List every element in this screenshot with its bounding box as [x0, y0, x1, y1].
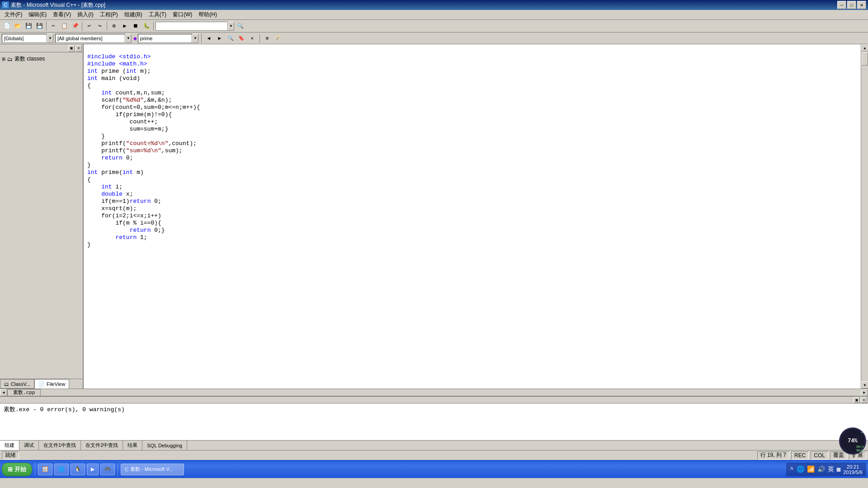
workspace-label: 素数 classes: [14, 55, 45, 63]
save-file-button[interactable]: 💾: [24, 21, 33, 31]
bottom-tab-find2[interactable]: 在文件2中查找: [81, 441, 123, 450]
perf-percent: 74%: [848, 438, 858, 444]
taskbar-active-app[interactable]: C 素数 - Microsoft V...: [121, 464, 184, 475]
status-bar: 就绪 行 19, 列 7 REC COL 覆盖 扩展: [0, 450, 868, 460]
maximize-button[interactable]: □: [847, 1, 856, 9]
members-combo-arrow[interactable]: ▼: [125, 34, 132, 43]
scroll-down-button[interactable]: ▼: [861, 381, 868, 389]
function-combo-wrap: prime ▼: [138, 34, 198, 43]
sidebar-header: ▣ ✕: [0, 44, 83, 52]
open-file-button[interactable]: 📂: [13, 21, 23, 31]
hscroll-right-button[interactable]: ▶: [861, 389, 868, 396]
code-editor: #include <stdio.h> #include <math.h> int…: [84, 44, 868, 389]
sidebar-close-button[interactable]: ✕: [75, 45, 82, 52]
toolbar-sep-3: [107, 22, 107, 31]
hscrollbar-area: ◀ 素数.cpp ▶: [0, 389, 868, 396]
back-button[interactable]: ◀: [204, 34, 213, 43]
function-combo[interactable]: prime: [138, 34, 192, 43]
code-content[interactable]: #include <stdio.h> #include <math.h> int…: [84, 44, 861, 389]
taskbar-app-windows[interactable]: 🪟: [38, 464, 52, 475]
menu-view[interactable]: 查看(V): [50, 10, 74, 19]
title-bar-buttons: ─ □ ✕: [837, 1, 866, 9]
save-all-button[interactable]: 💾: [34, 21, 44, 31]
file-view-tab[interactable]: 📄 FileView: [34, 379, 69, 389]
compile-output-text: 素数.exe - 0 error(s), 0 warning(s): [4, 405, 864, 413]
members-combo[interactable]: [All global members]: [55, 34, 125, 43]
run-button[interactable]: ▶: [120, 21, 130, 31]
clock-time: 20:21: [843, 464, 863, 469]
taskbar-app-3[interactable]: 🐧: [71, 464, 85, 475]
globals-combo-arrow[interactable]: ▼: [47, 34, 53, 43]
tray-ime-icon[interactable]: 英: [828, 465, 834, 474]
undo-button[interactable]: ↩: [84, 21, 94, 31]
paste-button[interactable]: 📌: [70, 21, 80, 31]
redo-button[interactable]: ↪: [95, 21, 105, 31]
tray-wifi-icon[interactable]: 📶: [807, 465, 815, 473]
bottom-tab-debug[interactable]: 调试: [19, 441, 39, 450]
globals-combo-wrap: [Globals] ▼: [2, 34, 53, 43]
start-button[interactable]: ⊞ 开始: [2, 463, 32, 476]
bottom-panel: ▣ ✕ 素数.exe - 0 error(s), 0 warning(s) 组建…: [0, 396, 868, 450]
cut-button[interactable]: ✂: [48, 21, 58, 31]
hscroll-left-button[interactable]: ◀: [0, 389, 7, 396]
new-file-button[interactable]: 📄: [2, 21, 12, 31]
main-layout: ▣ ✕ ⊞ 🗂 素数 classes 🗂 ClassV... 📄 FileVie…: [0, 44, 868, 389]
toolbar-main: 📄 📂 💾 💾 ✂ 📋 📌 ↩ ↪ ⚙ ▶ ⏹ 🐛 ▼ 🔍: [0, 20, 868, 33]
scroll-up-button[interactable]: ▲: [861, 44, 868, 52]
prime-combo-icon: ◆: [133, 35, 137, 42]
search-button[interactable]: 🔍: [235, 21, 245, 31]
editor-tabs: 素数.cpp: [7, 389, 41, 396]
debug-button[interactable]: 🐛: [142, 21, 151, 31]
tray-network-icon[interactable]: 🌐: [797, 465, 804, 473]
editor-vscrollbar[interactable]: ▲ ▼: [861, 44, 868, 389]
scroll-thumb[interactable]: [862, 52, 868, 66]
sidebar-dock-button[interactable]: ▣: [68, 45, 75, 52]
globals-combo[interactable]: [Globals]: [2, 34, 47, 43]
app-icon-small: C: [125, 467, 128, 472]
search-dropdown[interactable]: [156, 22, 228, 31]
taskbar-app-4[interactable]: ▶: [87, 464, 99, 475]
tray-up-icon[interactable]: ^: [790, 466, 793, 473]
search-dropdown-arrow[interactable]: ▼: [228, 22, 234, 31]
clock-date: 2019/5/6: [843, 469, 863, 475]
toolbar2-sep-1: [201, 34, 202, 43]
menu-project[interactable]: 工程(P): [97, 10, 121, 19]
close-button[interactable]: ✕: [857, 1, 866, 9]
taskbar-app-browser[interactable]: 🌐: [54, 464, 69, 475]
workspace-icon: 🗂: [7, 56, 13, 62]
props-button[interactable]: ⚙: [263, 34, 272, 43]
forward-button[interactable]: ▶: [215, 34, 224, 43]
compile-output: 素数.exe - 0 error(s), 0 warning(s): [0, 404, 868, 440]
bottom-tab-find1[interactable]: 在文件1中查找: [39, 441, 81, 450]
menu-help[interactable]: 帮助(H): [196, 10, 220, 19]
editor-tab-suzhu[interactable]: 素数.cpp: [7, 389, 41, 396]
find-button[interactable]: 🔍: [226, 34, 235, 43]
menu-window[interactable]: 窗口(W): [170, 10, 195, 19]
tray-volume-icon[interactable]: 🔊: [817, 465, 825, 473]
bottom-tab-results[interactable]: 结果: [123, 441, 142, 450]
workspace-tree-item[interactable]: ⊞ 🗂 素数 classes: [2, 54, 81, 64]
scroll-track[interactable]: [861, 52, 868, 381]
menu-insert[interactable]: 插入(I): [75, 10, 96, 19]
menu-tools[interactable]: 工具(T): [146, 10, 169, 19]
taskbar-app-5[interactable]: 🎮: [100, 464, 115, 475]
bottom-close-button[interactable]: ✕: [861, 397, 867, 403]
file-view-icon: 📄: [38, 381, 45, 387]
tray-grid-icon[interactable]: ▦: [837, 465, 840, 473]
function-combo-arrow[interactable]: ▼: [192, 34, 198, 43]
class-wiz-button[interactable]: 🪄: [274, 34, 283, 43]
bottom-tab-sql[interactable]: SQL Debugging: [142, 441, 187, 450]
bottom-tab-build[interactable]: 组建: [0, 441, 19, 450]
row-col-indicator: 行 19, 列 7: [757, 451, 789, 460]
copy-button[interactable]: 📋: [59, 21, 69, 31]
bookmark-button[interactable]: 🔖: [237, 34, 246, 43]
stop-button[interactable]: ⏹: [131, 21, 141, 31]
class-view-tab[interactable]: 🗂 ClassV...: [0, 379, 34, 389]
build-button[interactable]: ⚙: [109, 21, 119, 31]
menu-edit[interactable]: 编辑(E): [26, 10, 49, 19]
minimize-button[interactable]: ─: [837, 1, 846, 9]
menu-file[interactable]: 文件(F): [2, 10, 25, 19]
menu-build[interactable]: 组建(B): [122, 10, 145, 19]
close-doc-button[interactable]: ✕: [248, 34, 257, 43]
bottom-dock-button[interactable]: ▣: [854, 397, 860, 403]
